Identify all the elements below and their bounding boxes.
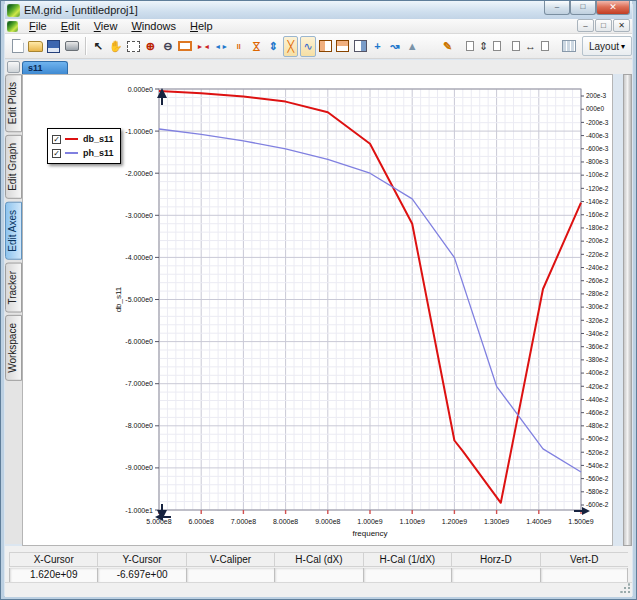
sidetab-workspace[interactable]: Workspace [5,315,22,381]
status-col-horz-d: Horz-D [451,552,539,567]
cursor-status-table: X-CursorY-CursorV-CaliperH-Cal (dX)H-Cal… [9,552,628,583]
svg-text:-3.000e0: -3.000e0 [125,212,153,219]
sidetab-edit-graph[interactable]: Edit Graph [5,135,22,199]
h-sync-right-checkbox[interactable] [541,41,549,51]
split-vertical-button[interactable] [318,36,333,57]
menu-view[interactable]: View [87,19,125,34]
h-markers-tool-button[interactable]: ►◄ [195,36,211,57]
sidetab-tracker[interactable]: Tracker [5,263,22,313]
status-value-1: -6.697e+00 [97,568,185,583]
toolbar-separator [85,37,86,55]
open-file-button[interactable] [27,36,44,57]
select-region-tool-icon [127,41,140,52]
v-markers-tool-button[interactable]: ⇕ [266,36,281,57]
legend-line-sample [65,152,78,154]
h-expand-tool-button[interactable]: ◄► [213,36,229,57]
hourglass-tool-button[interactable]: ⋈ [248,36,263,57]
svg-text:9.000e8: 9.000e8 [315,518,340,525]
svg-text:-600e-3: -600e-3 [586,145,609,152]
svg-text:1.400e9: 1.400e9 [526,518,551,525]
menu-windows[interactable]: Windows [124,19,183,34]
graph-mode-icon: ╳ [287,41,294,52]
svg-text:-8.000e0: -8.000e0 [125,422,153,429]
h-fit-icon[interactable]: ↔ [524,36,537,57]
svg-text:-400e-2: -400e-2 [586,369,609,376]
zoom-in-tool-button[interactable]: ⊕ [143,36,158,57]
v-fit-icon[interactable]: ⇕ [478,36,489,57]
zoom-out-tool-button[interactable]: ⊖ [160,36,175,57]
tab-s11[interactable]: s11 [22,61,68,74]
svg-text:-180e-2: -180e-2 [586,224,609,231]
svg-text:-460e-2: -460e-2 [586,409,609,416]
right-splitter-bar[interactable] [623,74,632,546]
h-expand-tool-icon: ◄► [214,43,228,50]
menu-file[interactable]: File [22,19,54,34]
menu-help[interactable]: Help [183,19,220,34]
print-button[interactable] [64,36,80,57]
svg-text:5.000e8: 5.000e8 [146,518,171,525]
save-button[interactable] [46,36,61,57]
zoom-in-tool-icon: ⊕ [146,41,155,52]
fit-width-tool-button[interactable] [177,36,193,57]
child-close-button[interactable]: ✕ [613,19,630,32]
vertical-bars-tool-icon: II [237,43,241,50]
svg-text:000e0: 000e0 [586,105,604,112]
svg-text:1.300e9: 1.300e9 [484,518,509,525]
legend-checkbox-ph_s11[interactable]: ✓ [52,149,61,158]
peak-marker-tool-button[interactable]: ▲ [404,36,419,57]
side-tab-strip: Edit PlotsEdit GraphEdit AxesTrackerWork… [5,74,22,544]
split-vertical-icon [319,40,332,52]
svg-text:-6.000e0: -6.000e0 [125,338,153,345]
legend-label: db_s11 [83,134,114,144]
sidetab-edit-axes[interactable]: Edit Axes [5,202,22,260]
edit-pencil-button[interactable]: ✎ [440,36,455,57]
svg-text:-520e-2: -520e-2 [586,449,609,456]
panel-view-button[interactable] [352,36,367,57]
h-markers-tool-icon: ►◄ [196,43,210,50]
resize-grip[interactable] [620,583,631,594]
legend-checkbox-db_s11[interactable]: ✓ [52,135,61,144]
maximize-button[interactable]: □ [570,1,596,15]
crosshair-tool-button[interactable]: + [370,36,385,57]
legend-box[interactable]: ✓db_s11✓ph_s11 [47,128,121,164]
crosshair-tool-icon: + [374,41,380,52]
tab-strip-icon[interactable] [7,61,20,73]
status-col-h-cal-dx-: H-Cal (dX) [274,552,362,567]
print-icon [65,41,79,51]
child-restore-button[interactable]: □ [595,19,612,32]
close-button[interactable]: ✕ [596,1,630,15]
svg-text:1.200e9: 1.200e9 [442,518,467,525]
svg-text:6.000e8: 6.000e8 [189,518,214,525]
select-region-tool-button[interactable] [125,36,140,57]
plot-panel[interactable]: 5.000e86.000e87.000e88.000e89.000e81.000… [22,74,613,546]
minimize-button[interactable]: – [544,1,570,15]
child-minimize-button[interactable]: – [577,19,594,32]
graph-mode-button[interactable]: ╳ [283,36,298,57]
hourglass-tool-icon: ⋈ [251,41,262,52]
menu-edit[interactable]: Edit [54,19,87,34]
tracker-curve-tool-button[interactable]: ↝ [387,36,402,57]
status-bar [5,582,632,595]
new-file-icon [12,39,24,53]
status-value-5 [451,568,539,583]
svg-text:-300e-2: -300e-2 [586,303,609,310]
vertical-bars-tool-button[interactable]: II [231,36,246,57]
layout-grid-button[interactable] [561,36,577,57]
v-sync-left-checkbox[interactable] [466,41,474,51]
pointer-tool-button[interactable]: ↖ [90,36,105,57]
svg-text:-400e-3: -400e-3 [586,132,609,139]
svg-text:1.500e9: 1.500e9 [568,518,593,525]
layout-grid-icon [562,40,576,52]
layout-dropdown-button[interactable]: Layout▾ [582,36,632,56]
h-sync-left-checkbox[interactable] [512,41,520,51]
title-bar[interactable]: EM.grid - [untitledproj1] – □ ✕ [5,1,632,19]
layout-label: Layout [589,41,619,52]
sidetab-edit-plots[interactable]: Edit Plots [5,74,22,132]
pan-hand-tool-button[interactable]: ✋ [108,36,124,57]
v-sync-right-checkbox[interactable] [493,41,501,51]
new-file-button[interactable] [10,36,25,57]
svg-text:1.100e9: 1.100e9 [400,518,425,525]
curve-mode-button[interactable]: ∿ [300,36,315,57]
fit-width-tool-icon [178,41,192,51]
split-horizontal-button[interactable] [335,36,350,57]
